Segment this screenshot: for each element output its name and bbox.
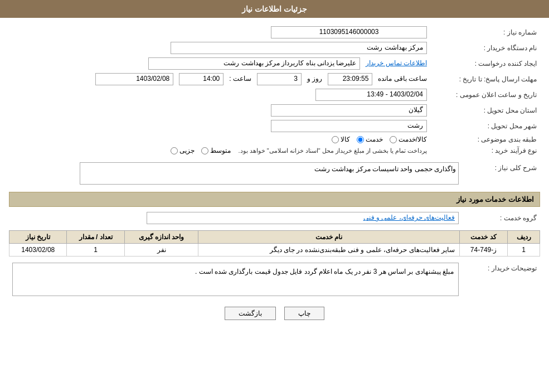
value-shahr: رشت — [9, 118, 430, 134]
field-shomareNiaz: 1103095146000003 — [271, 26, 427, 38]
radio-kala[interactable]: کالا — [332, 135, 350, 143]
th-tarikh: تاریخ نیاز — [9, 231, 67, 244]
page-header: جزئیات اطلاعات نیاز — [0, 0, 549, 18]
field-saat: 14:00 — [179, 73, 224, 85]
gorohe-link[interactable]: فعالیت‌های حرفه‌ای، علمی و فنی — [363, 214, 455, 221]
label-tarikh: تاریخ و ساعت اعلان عمومی : — [430, 87, 540, 103]
radio-khedmat-input[interactable] — [357, 136, 364, 143]
value-namdastgah: مرکز بهداشت رشت — [9, 40, 430, 56]
radio-motavasset-input[interactable] — [201, 147, 208, 154]
cell-vahed: نفر — [124, 244, 198, 257]
field-date: 1403/02/08 — [95, 73, 173, 85]
row-tarikh: تاریخ و ساعت اعلان عمومی : 1403/02/04 - … — [9, 87, 540, 103]
label-tabaqe: طبقه بندی موضوعی : — [430, 134, 540, 145]
buttons-row: چاپ بازگشت — [9, 307, 540, 320]
btn-chap[interactable]: چاپ — [284, 307, 324, 320]
sharh-table: شرح کلی نیاز : واگذاری حجمی واحد تاسیسات… — [9, 161, 540, 186]
cell-tarikh: 1403/02/08 — [9, 244, 67, 257]
th-vahed: واحد اندازه گیری — [124, 231, 198, 244]
services-table-head: ردیف کد خدمت نام خدمت واحد اندازه گیری ت… — [9, 231, 540, 244]
value-mohlat: ساعت باقی مانده 23:09:55 روز و 3 ساعت : … — [9, 71, 430, 87]
main-content: شماره نیاز : 1103095146000003 نام دستگاه… — [0, 18, 549, 336]
table-row: 1 ز-749-74 سایر فعالیت‌های حرفه‌ای، علمی… — [9, 244, 540, 257]
radio-kalaKhedmat-input[interactable] — [390, 136, 397, 143]
label-gorohe: گروه خدمت : — [462, 210, 540, 226]
radio-jezvi[interactable]: جزیی — [171, 147, 195, 154]
value-gorohe: فعالیت‌های حرفه‌ای، علمی و فنی — [9, 210, 462, 226]
radio-khedmat[interactable]: خدمت — [357, 135, 383, 143]
radio-motavasset[interactable]: متوسط — [201, 147, 231, 154]
th-name: نام خدمت — [198, 231, 460, 244]
radio-motavasset-label: متوسط — [210, 147, 231, 154]
page-wrapper: جزئیات اطلاعات نیاز شماره نیاز : 1103095… — [0, 0, 549, 392]
baghimande-label: ساعت باقی مانده — [378, 75, 427, 83]
field-ijadKonande: علیرضا یزدانی بناه کاربرداز مرکز بهداشت … — [148, 57, 360, 70]
tabaqe-radio-group: کالا/خدمت خدمت کالا — [332, 135, 427, 143]
field-namdastgah: مرکز بهداشت رشت — [171, 42, 427, 54]
farayand-radio-group: متوسط جزیی — [171, 147, 231, 154]
row-sharh: شرح کلی نیاز : واگذاری حجمی واحد تاسیسات… — [9, 161, 540, 186]
radio-khedmat-label: خدمت — [366, 135, 383, 143]
cell-kod: ز-749-74 — [459, 244, 507, 257]
tosihaat-text: مبلغ پیشنهادی بر اساس هر 3 نفر در یک ماه… — [195, 268, 454, 275]
value-shomareNiaz: 1103095146000003 — [47, 25, 430, 40]
services-table-body: 1 ز-749-74 سایر فعالیت‌های حرفه‌ای، علمی… — [9, 244, 540, 257]
gorohe-table: گروه خدمت : فعالیت‌های حرفه‌ای، علمی و ف… — [9, 210, 540, 226]
row-shomareNiaz: شماره نیاز : 1103095146000003 — [9, 25, 540, 40]
label-shahr: شهر محل تحویل : — [430, 118, 540, 134]
field-baghimande: 23:09:55 — [328, 73, 372, 85]
radio-jezvi-input[interactable] — [171, 147, 178, 154]
saat-label: ساعت : — [229, 75, 251, 83]
label-shomareNiaz: شماره نیاز : — [430, 25, 540, 40]
field-sharh: واگذاری حجمی واحد تاسیسات مرکز بهداشت رش… — [80, 162, 459, 185]
header-title: جزئیات اطلاعات نیاز — [242, 4, 307, 13]
value-ostan: گیلان — [9, 103, 430, 118]
label-mohlat: مهلت ارسال پاسخ: تا تاریخ : — [430, 71, 540, 87]
value-sharh: واگذاری حجمی واحد تاسیسات مرکز بهداشت رش… — [9, 161, 462, 186]
row-noeFarayand: نوع فرآیند خرید : پرداخت تمام یا بخشی از… — [9, 145, 540, 156]
th-tedad: تعداد / مقدار — [67, 231, 124, 244]
radio-jezvi-label: جزیی — [179, 147, 195, 154]
row-tosihaat: توضیحات خریدار : مبلغ پیشنهادی بر اساس ه… — [9, 261, 540, 298]
radio-kala-input[interactable] — [332, 136, 339, 143]
row-gorohe: گروه خدمت : فعالیت‌های حرفه‌ای، علمی و ف… — [9, 210, 540, 226]
th-kod: کد خدمت — [459, 231, 507, 244]
value-tabaqe: کالا/خدمت خدمت کالا — [9, 134, 430, 145]
cell-tedad: 1 — [67, 244, 124, 257]
field-tosihaat: مبلغ پیشنهادی بر اساس هر 3 نفر در یک ماه… — [12, 263, 459, 296]
services-table: ردیف کد خدمت نام خدمت واحد اندازه گیری ت… — [9, 230, 540, 257]
field-gorohe: فعالیت‌های حرفه‌ای، علمی و فنی — [147, 212, 459, 224]
tosihaat-table: توضیحات خریدار : مبلغ پیشنهادی بر اساس ه… — [9, 261, 540, 298]
value-ijadKonande: اطلاعات تماس خریدار علیرضا یزدانی بناه ک… — [9, 56, 430, 71]
services-section-title: اطلاعات خدمات مورد نیاز — [9, 192, 540, 207]
cell-radif: 1 — [508, 244, 540, 257]
radio-kalaKhedmat[interactable]: کالا/خدمت — [390, 135, 427, 143]
label-noeFarayand: نوع فرآیند خرید : — [430, 145, 540, 156]
label-namdastgah: نام دستگاه خریدار : — [430, 40, 540, 56]
value-noeFarayand: پرداخت تمام یا بخشی از مبلغ خریداز محل "… — [9, 145, 430, 156]
noeFarayand-notice: پرداخت تمام یا بخشی از مبلغ خریداز محل "… — [238, 147, 427, 154]
label-ostan: استان محل تحویل : — [430, 103, 540, 118]
field-roz: 3 — [257, 73, 302, 85]
value-tosihaat: مبلغ پیشنهادی بر اساس هر 3 نفر در یک ماه… — [9, 261, 462, 298]
row-ijadKonande: ایجاد کننده درخواست : اطلاعات تماس خریدا… — [9, 56, 540, 71]
link-tamas-khardar[interactable]: اطلاعات تماس خریدار — [366, 59, 427, 67]
radio-kala-label: کالا — [341, 135, 350, 143]
field-shahr: رشت — [271, 120, 427, 132]
th-radif: ردیف — [508, 231, 540, 244]
field-ostan: گیلان — [271, 104, 427, 117]
row-shahr: شهر محل تحویل : رشت — [9, 118, 540, 134]
btn-bazgasht[interactable]: بازگشت — [225, 307, 276, 320]
row-namdastgah: نام دستگاه خریدار : مرکز بهداشت رشت — [9, 40, 540, 56]
row-tabaqe: طبقه بندی موضوعی : کالا/خدمت خدمت کالا — [9, 134, 540, 145]
row-mohlat: مهلت ارسال پاسخ: تا تاریخ : ساعت باقی ما… — [9, 71, 540, 87]
services-header-row: ردیف کد خدمت نام خدمت واحد اندازه گیری ت… — [9, 231, 540, 244]
label-sharh: شرح کلی نیاز : — [462, 161, 540, 186]
cell-name: سایر فعالیت‌های حرفه‌ای، علمی و فنی طبقه… — [198, 244, 460, 257]
field-tarikh-elan: 1403/02/04 - 13:49 — [315, 89, 427, 101]
label-ijadKonande: ایجاد کننده درخواست : — [430, 56, 540, 71]
info-table: شماره نیاز : 1103095146000003 نام دستگاه… — [9, 25, 540, 156]
roz-label: روز و — [307, 75, 322, 83]
value-tarikh: 1403/02/04 - 13:49 — [9, 87, 430, 103]
row-ostan: استان محل تحویل : گیلان — [9, 103, 540, 118]
